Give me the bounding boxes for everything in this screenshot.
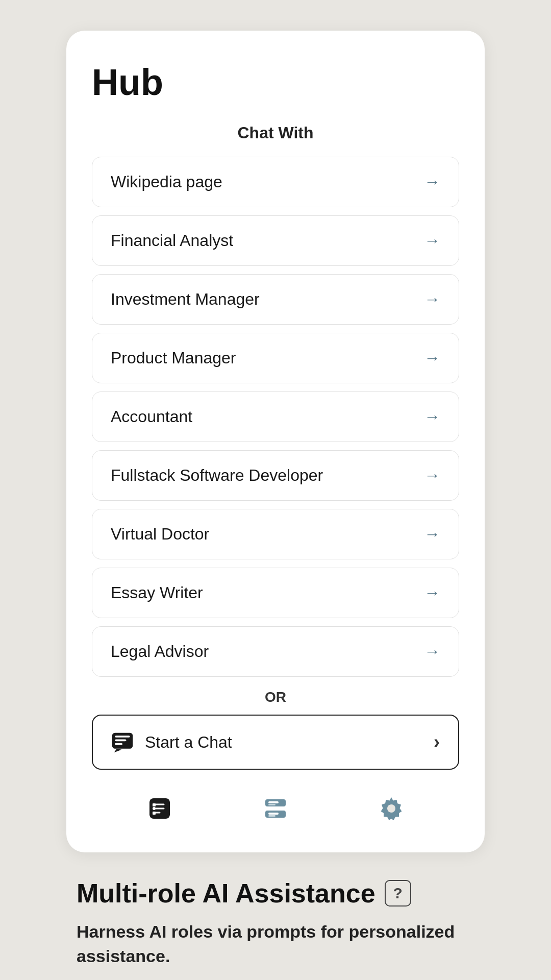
menu-list: Wikipedia page→Financial Analyst→Investm… [92,157,459,677]
menu-item-virtual-doctor[interactable]: Virtual Doctor→ [92,509,459,559]
below-card: Multi-role AI Assistance ? Harness AI ro… [66,852,485,968]
start-chat-button[interactable]: Start a Chat › [92,715,459,770]
arrow-right-icon: → [424,642,440,661]
question-icon: ? [385,880,411,906]
settings-nav-icon[interactable] [378,795,405,822]
menu-item-label: Accountant [111,407,192,426]
menu-item-financial-analyst[interactable]: Financial Analyst→ [92,215,459,266]
svg-rect-1 [115,736,130,738]
start-chat-arrow-icon: › [434,731,440,753]
svg-point-14 [387,804,395,813]
arrow-right-icon: → [424,231,440,250]
svg-rect-13 [268,804,276,805]
menu-item-fullstack-software-developer[interactable]: Fullstack Software Developer→ [92,450,459,501]
svg-rect-3 [115,743,122,745]
menu-item-label: Wikipedia page [111,173,222,191]
menu-item-label: Legal Advisor [111,642,209,661]
menu-item-investment-manager[interactable]: Investment Manager→ [92,274,459,325]
menu-item-label: Investment Manager [111,290,260,309]
menu-item-label: Product Manager [111,349,236,368]
svg-point-5 [153,807,156,810]
bottom-nav [92,790,459,827]
menu-item-legal-advisor[interactable]: Legal Advisor→ [92,626,459,677]
menu-item-label: Financial Analyst [111,231,233,250]
multi-role-title: Multi-role AI Assistance ? [77,878,474,909]
menu-item-label: Virtual Doctor [111,525,209,544]
svg-rect-2 [115,740,126,742]
start-chat-left: Start a Chat [111,731,232,753]
arrow-right-icon: → [424,173,440,191]
svg-rect-6 [153,812,156,815]
svg-rect-11 [268,813,279,815]
arrow-right-icon: → [424,407,440,426]
chat-bubble-icon [111,731,134,753]
main-card: Hub Chat With Wikipedia page→Financial A… [66,31,485,852]
svg-rect-10 [268,801,279,803]
arrow-right-icon: → [424,525,440,544]
menu-item-product-manager[interactable]: Product Manager→ [92,333,459,383]
hub-title: Hub [92,61,459,103]
svg-rect-7 [153,803,156,806]
menu-item-essay-writer[interactable]: Essay Writer→ [92,568,459,618]
menu-item-label: Fullstack Software Developer [111,466,323,485]
arrow-right-icon: → [424,583,440,602]
multi-role-description: Harness AI roles via prompts for persona… [77,920,474,968]
menu-item-wikipedia-page[interactable]: Wikipedia page→ [92,157,459,207]
list-nav-icon[interactable] [262,795,289,822]
svg-rect-12 [268,815,276,817]
menu-item-accountant[interactable]: Accountant→ [92,391,459,442]
section-title: Chat With [92,124,459,142]
or-divider: OR [92,689,459,705]
arrow-right-icon: → [424,466,440,485]
arrow-right-icon: → [424,290,440,309]
menu-item-label: Essay Writer [111,583,203,602]
start-chat-label: Start a Chat [145,733,232,752]
hub-nav-icon[interactable] [146,795,173,822]
arrow-right-icon: → [424,349,440,368]
